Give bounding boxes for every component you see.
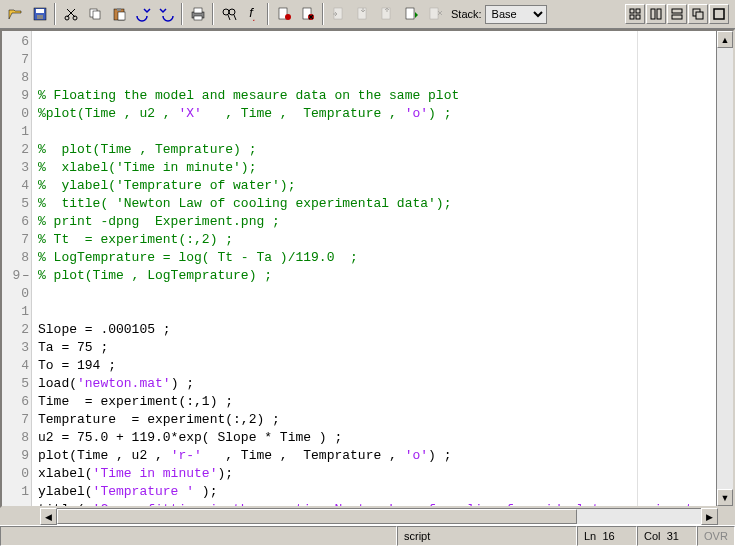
step-out-icon[interactable] — [375, 3, 398, 26]
line-number: 9 — [2, 87, 31, 105]
run-icon[interactable] — [399, 3, 422, 26]
line-number: 4 — [2, 177, 31, 195]
line-number: 9− — [2, 267, 31, 285]
status-bar: script Ln 16 Col 31 OVR — [0, 525, 735, 546]
scroll-right-icon[interactable]: ▶ — [701, 508, 718, 525]
line-number: 5 — [2, 375, 31, 393]
svg-rect-6 — [93, 11, 100, 19]
step-icon[interactable] — [327, 3, 350, 26]
svg-point-14 — [229, 9, 235, 15]
code-line[interactable]: load('newton.mat') ; — [38, 375, 710, 393]
scroll-up-icon[interactable]: ▲ — [717, 31, 733, 48]
code-line[interactable]: Temprature = experiment(:,2) ; — [38, 411, 710, 429]
save-icon[interactable] — [28, 3, 51, 26]
svg-rect-28 — [651, 9, 655, 19]
code-line[interactable]: u2 = 75.0 + 119.0*exp( Slope * Time ) ; — [38, 429, 710, 447]
toolbar: f. Stack: Base — [0, 0, 735, 29]
scroll-left-icon[interactable]: ◀ — [40, 508, 57, 525]
svg-rect-22 — [406, 8, 414, 19]
code-line[interactable]: xlabel('Time in minute'); — [38, 465, 710, 483]
line-number: 7 — [2, 51, 31, 69]
exit-debug-icon[interactable] — [423, 3, 446, 26]
code-line[interactable]: % print -dpng Experiment.png ; — [38, 213, 710, 231]
line-number: 6 — [2, 393, 31, 411]
code-line[interactable]: % plot(Time , LogTemprature) ; — [38, 267, 710, 285]
line-number: 5 — [2, 195, 31, 213]
scroll-track[interactable] — [717, 48, 733, 489]
redo-icon[interactable] — [155, 3, 178, 26]
svg-rect-30 — [672, 9, 682, 13]
code-line[interactable]: plot(Time , u2 , 'r-' , Time , Tempratur… — [38, 447, 710, 465]
code-line[interactable] — [38, 303, 710, 321]
svg-rect-31 — [672, 15, 682, 19]
line-number: 9 — [2, 447, 31, 465]
scroll-down-icon[interactable]: ▼ — [717, 489, 733, 506]
code-line[interactable]: Slope = .000105 ; — [38, 321, 710, 339]
code-line[interactable]: %plot(Time , u2 , 'X' , Time , Tempratur… — [38, 105, 710, 123]
line-number: 1 — [2, 483, 31, 501]
svg-rect-24 — [630, 9, 634, 13]
code-line[interactable]: % Tt = experiment(:,2) ; — [38, 231, 710, 249]
toolbar-separator — [322, 3, 324, 25]
line-number: 6 — [2, 33, 31, 51]
status-col: Col 31 — [637, 526, 697, 546]
open-icon[interactable] — [4, 3, 27, 26]
stack-select[interactable]: Base — [485, 5, 547, 24]
code-line[interactable]: title( 'Curve fitting in the equation Ne… — [38, 501, 710, 506]
svg-rect-20 — [358, 8, 366, 19]
status-blank — [0, 526, 397, 546]
paste-icon[interactable] — [107, 3, 130, 26]
svg-rect-27 — [636, 15, 640, 19]
code-line[interactable]: Ta = 75 ; — [38, 339, 710, 357]
print-icon[interactable] — [186, 3, 209, 26]
svg-rect-11 — [194, 8, 202, 13]
line-number: 8 — [2, 69, 31, 87]
undo-icon[interactable] — [131, 3, 154, 26]
editor-area: 67890123456789−012345678901 % Floating t… — [0, 29, 735, 508]
line-number: 7 — [2, 411, 31, 429]
svg-rect-2 — [37, 15, 43, 19]
tile-vertical-icon[interactable] — [646, 4, 666, 24]
toolbar-separator — [54, 3, 56, 25]
code-line[interactable] — [38, 123, 710, 141]
code-line[interactable]: % Floating the model and mesaure data on… — [38, 87, 710, 105]
svg-rect-29 — [657, 9, 661, 19]
code-editor[interactable]: % Floating the model and mesaure data on… — [32, 31, 716, 506]
step-in-icon[interactable] — [351, 3, 374, 26]
vertical-scrollbar[interactable]: ▲ ▼ — [716, 31, 733, 506]
float-icon[interactable] — [688, 4, 708, 24]
tile-grid-icon[interactable] — [625, 4, 645, 24]
svg-rect-23 — [430, 8, 438, 19]
code-line[interactable]: % title( 'Newton Law of cooling experime… — [38, 195, 710, 213]
scroll-track[interactable] — [57, 508, 701, 525]
code-line[interactable]: % LogTemprature = log( Tt - Ta )/119.0 ; — [38, 249, 710, 267]
breakpoint-set-icon[interactable] — [272, 3, 295, 26]
toolbar-separator — [212, 3, 214, 25]
copy-icon[interactable] — [83, 3, 106, 26]
svg-rect-25 — [636, 9, 640, 13]
breakpoint-clear-icon[interactable] — [296, 3, 319, 26]
code-line[interactable]: ylabel('Temprature ' ); — [38, 483, 710, 501]
maximize-icon[interactable] — [709, 4, 729, 24]
find-icon[interactable] — [217, 3, 240, 26]
code-line[interactable]: % xlabel('Time in minute'); — [38, 159, 710, 177]
code-line[interactable]: Time = experiment(:,1) ; — [38, 393, 710, 411]
svg-rect-33 — [696, 12, 703, 19]
function-icon[interactable]: f. — [241, 3, 264, 26]
scroll-thumb[interactable] — [57, 509, 577, 524]
line-number: 2 — [2, 141, 31, 159]
line-number: 7 — [2, 231, 31, 249]
code-line[interactable]: To = 194 ; — [38, 357, 710, 375]
svg-rect-9 — [118, 12, 125, 20]
code-line[interactable]: % ylabel('Temprature of water'); — [38, 177, 710, 195]
line-number: 1 — [2, 303, 31, 321]
code-line[interactable]: % plot(Time , Temprature) ; — [38, 141, 710, 159]
svg-rect-34 — [714, 9, 724, 19]
code-line[interactable] — [38, 285, 710, 303]
cut-icon[interactable] — [59, 3, 82, 26]
line-number: 8 — [2, 249, 31, 267]
tile-horizontal-icon[interactable] — [667, 4, 687, 24]
horizontal-scrollbar[interactable]: ◀ ▶ — [0, 508, 735, 525]
window-layout-buttons — [625, 4, 729, 24]
svg-point-16 — [285, 14, 291, 20]
